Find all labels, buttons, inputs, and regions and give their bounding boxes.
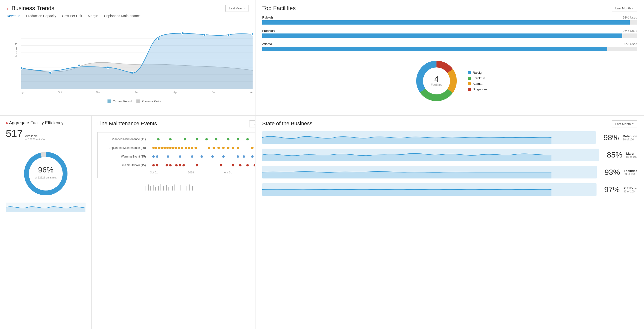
top-facilities-header: Top Facilities Last Month — [262, 5, 637, 12]
efficiency-wave — [6, 203, 86, 212]
svg-point-48 — [157, 138, 160, 140]
state-metric-label-margin: Margin — [626, 152, 637, 155]
state-metric-sub-retention: 98 of 100 — [623, 138, 637, 141]
xaxis-2018: 2018 — [188, 171, 194, 174]
planned-dots-svg — [149, 137, 256, 142]
state-pct-facilities: 93% — [600, 168, 620, 177]
state-metric-sub-facilities: 93 of 100 — [624, 173, 637, 176]
maint-row-shutdown: Line Shutdown (15) — [100, 162, 256, 168]
state-metric-label-pe: P/E Ratio — [624, 186, 637, 190]
svg-point-88 — [167, 155, 169, 158]
svg-rect-120 — [155, 187, 156, 191]
state-metric-sub-margin: 85 of 100 — [626, 155, 637, 158]
facility-name-raleigh: Raleigh — [262, 16, 273, 19]
svg-point-27 — [252, 33, 252, 35]
svg-rect-123 — [163, 186, 164, 191]
legend-raleigh: Raleigh — [468, 71, 487, 74]
business-trends-tabs: Revenue Production Capacity Cost Per Uni… — [7, 12, 140, 20]
svg-rect-117 — [148, 185, 149, 191]
of-label: of 12928 units/mo. — [25, 138, 47, 141]
state-chart-retention — [262, 131, 596, 144]
wave-retention — [262, 131, 596, 144]
tab-production[interactable]: Production Capacity — [26, 12, 56, 20]
top-facilities-panel: Top Facilities Last Month Raleigh 98% Us… — [256, 0, 644, 116]
svg-text:of 12928 units/mo.: of 12928 units/mo. — [35, 176, 57, 179]
svg-point-22 — [131, 71, 133, 74]
svg-point-78 — [227, 147, 230, 149]
svg-point-112 — [246, 164, 249, 166]
trend-chart-svg: 0 100 200 300 400 500 600 700 800 — [21, 24, 252, 97]
available-number: 517 — [6, 128, 23, 139]
dot-singapore — [468, 88, 471, 91]
svg-point-81 — [251, 147, 254, 149]
svg-point-72 — [191, 147, 193, 149]
svg-text:4: 4 — [434, 75, 439, 83]
maint-dots-shutdown — [149, 163, 256, 168]
svg-point-111 — [239, 164, 242, 166]
bar-track-raleigh — [262, 20, 637, 24]
state-chart-facilities — [262, 166, 597, 178]
agg-efficiency-title: Aggregate Facility Efficiency — [9, 120, 64, 125]
state-business-dropdown[interactable]: Last Month — [612, 120, 637, 127]
facility-pct-atlanta: 92% Used — [623, 42, 637, 46]
donut-chart: 4 Facilities — [412, 57, 460, 105]
svg-point-71 — [188, 147, 190, 149]
svg-rect-129 — [180, 185, 181, 191]
unplanned-dots-svg — [149, 145, 256, 150]
line-maintenance-dropdown[interactable]: Last Year — [249, 120, 256, 127]
svg-point-94 — [237, 155, 239, 158]
state-metric-label-retention: Retention — [623, 134, 637, 138]
tab-cost[interactable]: Cost Per Unit — [62, 12, 82, 20]
facility-frankfurt: Frankfurt 96% Used — [262, 29, 637, 38]
svg-point-79 — [232, 147, 234, 149]
svg-rect-132 — [190, 185, 190, 191]
svg-point-108 — [196, 164, 198, 166]
svg-text:Facilities: Facilities — [431, 83, 442, 86]
legend-atlanta: Atlanta — [468, 82, 487, 85]
tab-unplanned[interactable]: Unplanned Maintenance — [104, 12, 140, 20]
business-trends-dropdown[interactable]: Last Year — [225, 5, 248, 12]
state-business-header: State of the Business Last Month — [262, 120, 637, 127]
maint-row-warning: Warning Event (15) — [100, 154, 256, 159]
svg-point-53 — [215, 138, 218, 140]
svg-point-110 — [232, 164, 234, 166]
state-label-facilities: Facilities 93 of 100 — [624, 169, 637, 176]
state-chart-pe — [262, 183, 596, 196]
maint-dots-warning — [149, 154, 256, 159]
facility-pct-frankfurt: 96% Used — [623, 29, 637, 32]
svg-point-18 — [21, 67, 22, 69]
business-trends-header: 1 Business Trends Revenue Production Cap… — [7, 5, 248, 23]
svg-text:Apr: Apr — [173, 91, 178, 94]
state-business-title: State of the Business — [262, 120, 312, 127]
svg-point-102 — [156, 164, 158, 166]
annotation-4: 4 — [6, 121, 8, 125]
gauge-svg: 96% of 12928 units/mo. — [19, 147, 72, 200]
legend-singapore: Singapore — [468, 87, 487, 91]
svg-point-67 — [175, 147, 178, 149]
svg-point-87 — [156, 155, 158, 158]
svg-text:Dec: Dec — [96, 91, 101, 94]
top-facilities-dropdown[interactable]: Last Month — [612, 5, 637, 12]
svg-point-61 — [158, 147, 160, 149]
wave-facilities — [262, 166, 597, 178]
tab-margin[interactable]: Margin — [88, 12, 98, 20]
svg-point-96 — [251, 155, 254, 158]
tab-revenue[interactable]: Revenue — [7, 12, 20, 20]
chart-area: 0 100 200 300 400 500 600 700 800 — [21, 24, 248, 97]
legend-current: Current Period — [108, 99, 132, 103]
svg-point-26 — [227, 33, 230, 36]
svg-point-113 — [254, 164, 256, 166]
donut-section: 4 Facilities Raleigh Frankfurt Atlanta — [262, 57, 637, 105]
svg-rect-133 — [192, 186, 193, 191]
svg-point-90 — [191, 155, 193, 158]
legend-label-singapore: Singapore — [473, 87, 487, 91]
svg-text:96%: 96% — [38, 165, 53, 174]
svg-rect-126 — [172, 186, 173, 191]
bar-track-atlanta — [262, 47, 637, 51]
svg-point-60 — [155, 147, 157, 149]
svg-rect-128 — [178, 186, 178, 191]
available-label: Available — [25, 134, 47, 138]
maint-label-planned: Planned Maintenance (11) — [100, 138, 149, 141]
state-chart-margin — [262, 149, 599, 161]
svg-point-103 — [166, 164, 168, 166]
